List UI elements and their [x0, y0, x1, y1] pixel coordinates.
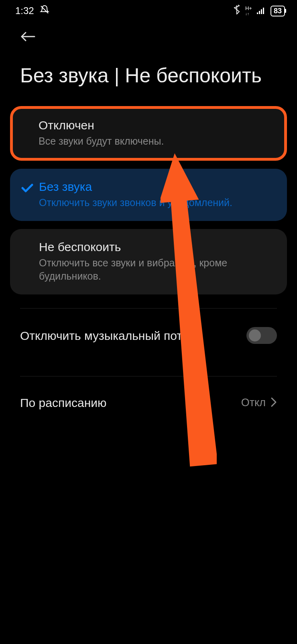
option-off[interactable]: Отключен Все звуки будут включены.: [10, 106, 287, 161]
option-title: Не беспокоить: [39, 240, 275, 254]
svg-rect-2: [259, 11, 260, 14]
option-subtitle: Все звуки будут включены.: [39, 135, 275, 148]
setting-label: Отключить музыкальный поток: [20, 328, 246, 343]
option-title: Без звука: [39, 180, 275, 194]
mode-options: Отключен Все звуки будут включены. Без з…: [0, 106, 297, 294]
battery-level: 83: [274, 7, 282, 15]
chevron-right-icon: [271, 397, 277, 409]
option-silent[interactable]: Без звука Отключить звуки звонков и увед…: [10, 169, 287, 221]
signal-icon: [257, 5, 266, 16]
option-dnd[interactable]: Не беспокоить Отключить все звуки и вибр…: [10, 229, 287, 295]
status-time: 1:32: [15, 5, 34, 16]
status-bar: 1:32 H+↓↑ 83: [0, 0, 297, 20]
option-subtitle: Отключить все звуки и вибрацию, кроме бу…: [39, 256, 275, 284]
svg-rect-1: [257, 12, 258, 14]
battery-indicator: 83: [271, 6, 285, 16]
back-button[interactable]: [20, 37, 36, 44]
page-title: Без звука | Не беспокоить: [0, 48, 297, 106]
setting-value: Откл: [241, 397, 266, 409]
setting-mute-stream[interactable]: Отключить музыкальный поток: [0, 309, 297, 362]
setting-label: По расписанию: [20, 395, 241, 411]
toggle-knob: [249, 329, 261, 341]
check-icon: [21, 183, 33, 194]
bluetooth-icon: [233, 5, 240, 17]
option-subtitle: Отключить звуки звонков и уведомлений.: [39, 196, 275, 210]
svg-rect-3: [261, 9, 262, 14]
svg-rect-4: [263, 8, 264, 14]
option-title: Отключен: [39, 119, 275, 132]
toggle-mute-stream[interactable]: [246, 327, 277, 344]
setting-schedule[interactable]: По расписанию Откл: [0, 376, 297, 429]
mute-icon: [40, 5, 49, 17]
network-icon: H+↓↑: [245, 6, 252, 16]
